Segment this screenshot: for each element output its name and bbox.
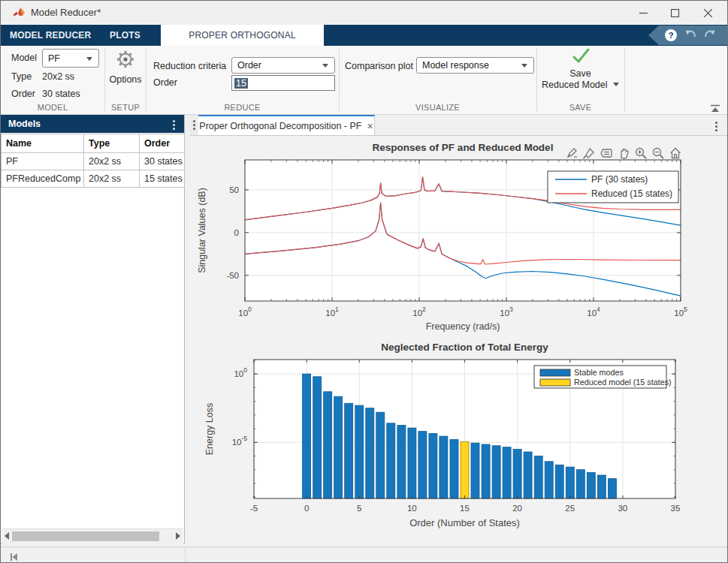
cell-type: 20x2 ss — [84, 170, 140, 188]
section-label-reduce: REDUCE — [146, 103, 339, 112]
undo-icon[interactable] — [684, 29, 696, 42]
help-icon[interactable]: ? — [665, 29, 677, 41]
svg-text:Stable modes: Stable modes — [574, 368, 624, 377]
svg-text:20: 20 — [512, 504, 522, 513]
column-header-order[interactable]: Order — [140, 134, 185, 153]
table-row[interactable]: PF 20x2 ss 30 states — [2, 153, 185, 170]
cell-name[interactable]: PFReducedComp — [2, 170, 84, 188]
svg-text:Singular Values (dB): Singular Values (dB) — [197, 188, 207, 273]
doc-menu-icon[interactable] — [715, 122, 717, 131]
section-label-visualize: VISUALIZE — [339, 103, 536, 112]
redo-icon[interactable] — [704, 29, 716, 42]
svg-text:25: 25 — [565, 504, 575, 513]
matlab-logo-icon — [12, 6, 26, 23]
tab-plots[interactable]: PLOTS — [110, 25, 140, 46]
svg-text:Responses of PF and Reduced Mo: Responses of PF and Reduced Model — [373, 142, 554, 153]
models-table-header-row: Name Type Order — [2, 134, 185, 153]
svg-text:Reduced (15 states): Reduced (15 states) — [591, 188, 672, 199]
pan-icon[interactable] — [616, 146, 631, 161]
status-bar — [1, 546, 727, 563]
svg-text:5: 5 — [357, 504, 361, 513]
panel-menu-icon[interactable] — [173, 120, 175, 130]
home-icon[interactable] — [668, 146, 683, 161]
comparison-plot-dropdown[interactable]: Model response — [416, 57, 534, 74]
svg-text:0: 0 — [234, 228, 239, 237]
svg-text:10: 10 — [407, 504, 417, 513]
chevron-down-icon — [322, 64, 328, 68]
svg-text:-5: -5 — [250, 504, 258, 513]
cell-name[interactable]: PF — [2, 153, 84, 170]
scroll-right-icon[interactable] — [176, 532, 180, 540]
zoom-in-icon[interactable] — [633, 146, 648, 161]
order-input[interactable]: 15 — [231, 75, 335, 91]
svg-text:102: 102 — [412, 306, 426, 318]
scroll-left-icon[interactable] — [5, 532, 9, 540]
model-dropdown[interactable]: PF — [42, 49, 99, 68]
svg-text:10-5: 10-5 — [232, 435, 248, 447]
section-label-setup: SETUP — [105, 103, 146, 112]
order-input-value: 15 — [234, 78, 248, 89]
type-value: 20x2 ss — [42, 71, 74, 82]
axes-toolbar — [564, 146, 683, 161]
models-panel-header: Models — [1, 115, 184, 133]
svg-text:Neglected Fraction of Total En: Neglected Fraction of Total Energy — [381, 342, 548, 353]
svg-text:PF (30 states): PF (30 states) — [591, 174, 648, 185]
reduction-criteria-value: Order — [237, 60, 261, 71]
model-dropdown-value: PF — [48, 53, 60, 64]
chevron-down-icon — [86, 57, 92, 61]
svg-text:-50: -50 — [226, 271, 239, 280]
window-title: Model Reducer* — [31, 7, 101, 18]
options-button-label: Options — [105, 74, 146, 85]
tab-proper-orthogonal-decomposition[interactable]: PROPER ORTHOGONAL DECOMPOSITION — [161, 25, 324, 46]
save-reduced-model-button[interactable]: Save Reduced Model — [537, 47, 624, 91]
svg-text:104: 104 — [587, 306, 600, 318]
order-value: 30 states — [42, 89, 80, 99]
datatips-icon[interactable] — [599, 146, 614, 161]
app-window: Model Reducer* MODEL REDUCER PLOTS PROPE… — [0, 0, 728, 563]
save-button-line1: Save — [537, 68, 624, 80]
comparison-plot-label: Comparison plot — [345, 61, 413, 71]
type-label: Type — [11, 71, 32, 82]
section-label-model: MODEL — [1, 103, 104, 112]
document-tab[interactable]: Proper Orthogonal Decomposition - PF × — [198, 115, 375, 135]
cell-order: 30 states — [140, 153, 185, 170]
collapse-ribbon-icon[interactable] — [710, 102, 720, 116]
figure-area: 100101102103104105500-50Responses of PF … — [190, 136, 728, 546]
svg-text:105: 105 — [674, 306, 687, 318]
zoom-out-icon[interactable] — [651, 146, 666, 161]
reduce-order-label: Order — [153, 77, 177, 88]
close-icon[interactable]: × — [367, 121, 373, 131]
svg-text:50: 50 — [229, 185, 239, 194]
svg-text:0: 0 — [304, 504, 309, 513]
skip-to-start-icon[interactable] — [8, 551, 19, 563]
models-panel-title: Models — [8, 119, 41, 129]
quick-access-bar: ? — [648, 26, 728, 45]
export-icon[interactable] — [564, 146, 579, 161]
svg-text:15: 15 — [460, 504, 470, 513]
tab-model-reducer[interactable]: MODEL REDUCER — [10, 25, 91, 46]
svg-text:Energy Loss: Energy Loss — [204, 403, 215, 455]
model-label: Model — [11, 53, 37, 63]
cell-type: 20x2 ss — [84, 153, 140, 170]
svg-text:35: 35 — [671, 504, 681, 513]
svg-text:Reduced model (15 states): Reduced model (15 states) — [574, 378, 672, 387]
horizontal-scrollbar[interactable] — [2, 528, 183, 543]
svg-text:101: 101 — [325, 306, 339, 318]
chevron-down-icon — [613, 83, 619, 86]
maximize-button[interactable] — [663, 5, 687, 21]
models-panel: Models Name Type Order PF 20x2 ss 30 sta… — [1, 115, 185, 543]
ribbon-divider — [624, 47, 625, 112]
gear-icon — [115, 59, 136, 72]
column-header-name[interactable]: Name — [2, 134, 84, 153]
brush-icon[interactable] — [581, 146, 597, 161]
table-row[interactable]: PFReducedComp 20x2 ss 15 states — [2, 170, 185, 188]
chevron-down-icon — [521, 64, 527, 68]
options-button[interactable]: Options — [105, 49, 146, 85]
column-header-type[interactable]: Type — [84, 134, 140, 153]
reduction-criteria-dropdown[interactable]: Order — [231, 57, 335, 74]
responses-chart: 100101102103104105500-50Responses of PF … — [190, 136, 728, 340]
minimize-button[interactable] — [631, 5, 655, 21]
scrollbar-thumb[interactable] — [12, 531, 159, 541]
close-button[interactable] — [696, 5, 720, 21]
energy-chart: -50510152025303510010-5Neglected Fractio… — [190, 340, 728, 546]
